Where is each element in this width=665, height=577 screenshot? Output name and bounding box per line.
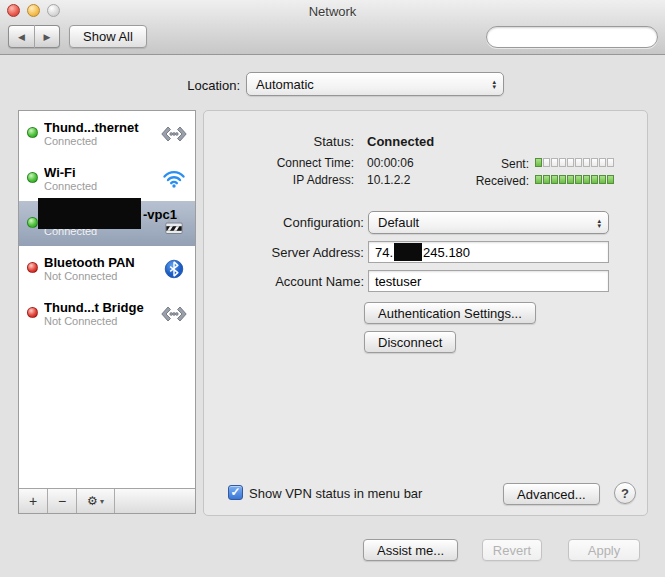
status-led xyxy=(27,307,38,318)
ethernet-icon xyxy=(158,121,190,147)
meter-segment xyxy=(591,175,598,184)
add-service-button[interactable]: + xyxy=(19,489,48,513)
forward-icon: ▶ xyxy=(44,32,51,42)
connect-time-label: Connect Time: xyxy=(204,156,354,170)
configuration-popup[interactable]: Default ▴▾ xyxy=(368,211,609,234)
meter-segment xyxy=(575,175,582,184)
service-rows: Thund...thernet Connected Wi-Fi Connecte… xyxy=(19,111,195,488)
service-name: Thund...t Bridge xyxy=(44,300,158,315)
show-vpn-checkbox-label: Show VPN status in menu bar xyxy=(249,486,422,501)
assist-button[interactable]: Assist me... xyxy=(363,539,458,561)
help-button[interactable]: ? xyxy=(614,482,636,504)
search-input[interactable] xyxy=(499,30,654,44)
bluetooth-icon xyxy=(158,256,190,282)
received-label: Received: xyxy=(379,174,529,188)
caret-down-icon: ▾ xyxy=(100,497,104,506)
meter-segment xyxy=(591,158,598,167)
meter-segment xyxy=(567,158,574,167)
apply-button[interactable]: Apply xyxy=(568,539,640,561)
advanced-button[interactable]: Advanced... xyxy=(503,483,600,505)
meter-segment xyxy=(599,158,606,167)
server-address-label: Server Address: xyxy=(204,245,364,260)
revert-button[interactable]: Revert xyxy=(482,539,542,561)
disconnect-button[interactable]: Disconnect xyxy=(364,331,456,353)
popup-arrows-icon: ▴▾ xyxy=(492,79,496,89)
meter-segment xyxy=(607,158,614,167)
redaction-box xyxy=(38,198,141,229)
meter-segment xyxy=(543,158,550,167)
service-row-bluetooth-pan[interactable]: Bluetooth PAN Not Connected xyxy=(19,246,195,291)
show-vpn-checkbox[interactable]: ✓ xyxy=(228,485,243,500)
sent-label: Sent: xyxy=(379,157,529,171)
redaction-box xyxy=(394,243,422,261)
meter-segment xyxy=(535,158,542,167)
location-popup[interactable]: Automatic ▴▾ xyxy=(246,72,504,96)
meter-segment xyxy=(543,175,550,184)
status-led xyxy=(27,217,38,228)
window-title: Network xyxy=(0,4,665,19)
wifi-icon xyxy=(158,166,190,192)
received-meter xyxy=(535,175,614,184)
service-name: Wi-Fi xyxy=(44,165,158,180)
ethernet-icon xyxy=(158,301,190,327)
list-action-bar: + − ⚙▾ xyxy=(19,488,195,513)
meter-segment xyxy=(567,175,574,184)
service-row-thunderbolt-ethernet[interactable]: Thund...thernet Connected xyxy=(19,111,195,156)
nav-buttons: ◀ ▶ xyxy=(8,25,60,48)
configuration-label: Configuration: xyxy=(204,215,364,230)
meter-segment xyxy=(551,158,558,167)
network-services-list: Thund...thernet Connected Wi-Fi Connecte… xyxy=(18,110,196,514)
authentication-settings-button[interactable]: Authentication Settings... xyxy=(364,302,536,324)
title-bar: Network ◀ ▶ Show All xyxy=(0,0,665,55)
service-status: Not Connected xyxy=(44,270,158,283)
meter-segment xyxy=(559,175,566,184)
service-status: Connected xyxy=(44,180,158,193)
service-row-thunderbolt-bridge[interactable]: Thund...t Bridge Not Connected xyxy=(19,291,195,336)
meter-segment xyxy=(599,175,606,184)
ip-address-label: IP Address: xyxy=(204,173,354,187)
service-status: Connected xyxy=(44,135,158,148)
status-label: Status: xyxy=(204,134,354,149)
back-icon: ◀ xyxy=(18,32,25,42)
meter-segment xyxy=(583,158,590,167)
account-name-label: Account Name: xyxy=(204,274,364,289)
meter-segment xyxy=(583,175,590,184)
status-value: Connected xyxy=(367,134,434,149)
status-led xyxy=(27,262,38,273)
meter-segment xyxy=(551,175,558,184)
location-popup-value: Automatic xyxy=(256,77,314,92)
location-label: Location: xyxy=(100,78,240,93)
vpn-detail-panel: Status: Connected Connect Time: 00:00:06… xyxy=(203,110,648,516)
service-name: Bluetooth PAN xyxy=(44,255,158,270)
checkmark-icon: ✓ xyxy=(230,485,240,499)
popup-arrows-icon: ▴▾ xyxy=(597,218,601,228)
show-all-button[interactable]: Show All xyxy=(69,25,147,48)
remove-service-button[interactable]: − xyxy=(48,489,77,513)
configuration-popup-value: Default xyxy=(378,215,419,230)
status-led xyxy=(27,172,38,183)
gear-icon: ⚙ xyxy=(87,494,98,508)
meter-segment xyxy=(575,158,582,167)
server-address-field[interactable]: 74.245.180 xyxy=(368,241,609,263)
service-name: -vpc1 xyxy=(143,207,177,222)
service-row-wifi[interactable]: Wi-Fi Connected xyxy=(19,156,195,201)
meter-segment xyxy=(559,158,566,167)
service-row-vpn[interactable]: -vpc1 Connected xyxy=(19,201,195,246)
back-button[interactable]: ◀ xyxy=(8,25,34,48)
service-status: Not Connected xyxy=(44,315,158,328)
status-led xyxy=(27,127,38,138)
meter-segment xyxy=(535,175,542,184)
service-name: Thund...thernet xyxy=(44,120,158,135)
search-field[interactable] xyxy=(486,26,658,48)
meter-segment xyxy=(607,175,614,184)
forward-button[interactable]: ▶ xyxy=(34,25,60,48)
action-gear-button[interactable]: ⚙▾ xyxy=(77,489,115,513)
sent-meter xyxy=(535,158,614,167)
account-name-field[interactable]: testuser xyxy=(368,270,609,292)
